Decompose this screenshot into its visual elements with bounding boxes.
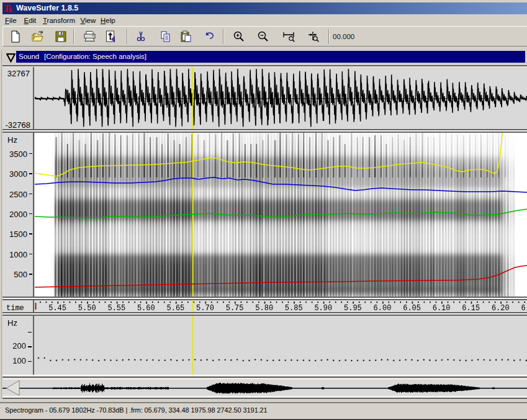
- svg-text:k: k: [9, 6, 12, 14]
